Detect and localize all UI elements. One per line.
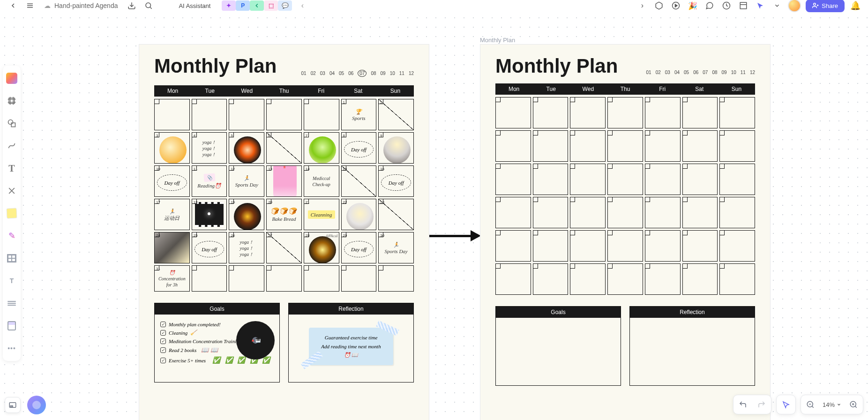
- tab-p[interactable]: P: [236, 0, 250, 11]
- calendar-cell[interactable]: [645, 263, 681, 295]
- calendar-cell[interactable]: 12🏃Sports Day: [229, 165, 264, 197]
- calendar-cell[interactable]: [192, 99, 227, 130]
- calendar-cell[interactable]: 2: [378, 99, 414, 130]
- checkbox-icon[interactable]: [160, 358, 166, 363]
- checkbox-icon[interactable]: [160, 330, 166, 336]
- calendar-cell[interactable]: 25Day off: [192, 232, 227, 263]
- calendar-cell[interactable]: [533, 130, 569, 162]
- calendar-cell[interactable]: 29Day off: [341, 232, 377, 263]
- calendar-cell[interactable]: 31⏰Concentrationfor 3h: [154, 265, 190, 292]
- search-button[interactable]: [142, 0, 155, 12]
- goals-panel[interactable]: Goals: [495, 306, 621, 386]
- calendar-cell[interactable]: [229, 99, 264, 130]
- month-05[interactable]: 05: [339, 71, 344, 76]
- connector-tool[interactable]: [5, 184, 19, 198]
- expand-right-icon[interactable]: ›: [636, 0, 648, 12]
- calendar-cell[interactable]: [154, 99, 190, 130]
- month-01[interactable]: 01: [301, 71, 307, 76]
- reflection-panel[interactable]: Reflection Guaranteed exercise time Add …: [288, 303, 414, 382]
- zoom-out-button[interactable]: [801, 395, 820, 414]
- collapse-left-icon[interactable]: ‹: [298, 1, 307, 10]
- calendar-cell[interactable]: 24: [154, 232, 190, 263]
- calendar-cell[interactable]: [682, 197, 718, 228]
- arrow-connector[interactable]: [429, 232, 481, 239]
- calendar-cell[interactable]: [495, 130, 531, 162]
- calendar-cell[interactable]: [607, 230, 643, 262]
- month-04[interactable]: 04: [674, 70, 680, 75]
- sticky-tool[interactable]: [5, 206, 19, 220]
- checkbox-icon[interactable]: [160, 338, 166, 344]
- line-tool[interactable]: [5, 139, 19, 153]
- calendar-cell[interactable]: [607, 97, 643, 128]
- calendar-cell[interactable]: [570, 197, 606, 228]
- select-tool[interactable]: [5, 71, 19, 85]
- ai-assistant-button[interactable]: AI AI Assistant: [163, 0, 215, 12]
- month-11[interactable]: 11: [399, 71, 404, 76]
- calendar-cell[interactable]: [719, 263, 755, 295]
- checkbox-icon[interactable]: [160, 347, 166, 353]
- shape-tool[interactable]: [5, 116, 19, 130]
- calendar-cell[interactable]: [682, 263, 718, 295]
- month-05[interactable]: 05: [684, 70, 689, 75]
- calendar-cell[interactable]: [570, 230, 606, 262]
- more-settings-icon[interactable]: [771, 0, 783, 12]
- calendar-cell[interactable]: 27: [266, 232, 302, 263]
- table-tool[interactable]: [5, 251, 19, 265]
- redo-button[interactable]: [752, 395, 771, 414]
- calendar-cell[interactable]: [719, 97, 755, 128]
- calendar-cell[interactable]: 7: [304, 132, 339, 164]
- share-button[interactable]: Share: [806, 0, 845, 12]
- calendar-cell[interactable]: [533, 263, 569, 295]
- frame2-label[interactable]: Monthly Plan: [480, 37, 515, 44]
- calendar-cell[interactable]: [533, 230, 569, 262]
- play-icon[interactable]: [670, 0, 682, 12]
- calendar-cell[interactable]: [304, 265, 339, 292]
- calendar-cell[interactable]: [645, 164, 681, 195]
- calendar-cell[interactable]: [682, 130, 718, 162]
- calendar-cell[interactable]: 10Day off: [154, 165, 190, 197]
- calendar-cell[interactable]: 19: [229, 199, 264, 230]
- notifications-icon[interactable]: 🔔: [849, 0, 861, 12]
- month-03[interactable]: 03: [665, 70, 670, 75]
- calendar-cell[interactable]: [570, 130, 606, 162]
- card-tool[interactable]: [5, 319, 19, 333]
- back-button[interactable]: [7, 0, 20, 12]
- calendar-cell[interactable]: 17🏃运动日: [154, 199, 190, 230]
- calendar-cell[interactable]: 28449kcal: [304, 232, 339, 263]
- tab-m[interactable]: ✦: [222, 0, 236, 11]
- calendar-cell[interactable]: [645, 230, 681, 262]
- month-02[interactable]: 02: [311, 71, 316, 76]
- calendar-cell[interactable]: 4yoga！ yoga！ yoga！: [192, 132, 227, 164]
- month-10[interactable]: 10: [390, 71, 395, 76]
- package-icon[interactable]: [653, 0, 665, 12]
- calendar-cell[interactable]: [533, 97, 569, 128]
- calendar-cell[interactable]: 5: [229, 132, 264, 164]
- canvas[interactable]: Monthly Plan 01 02 03 04 05 06 07 08 09 …: [0, 13, 868, 420]
- text-tool[interactable]: T: [5, 161, 19, 175]
- calendar-cell[interactable]: 18: [192, 199, 227, 230]
- calendar-cell[interactable]: [607, 130, 643, 162]
- ai-fab-button[interactable]: [27, 396, 46, 414]
- calendar-cell[interactable]: 30🏃Sports Day: [378, 232, 414, 263]
- calendar-cell[interactable]: [682, 230, 718, 262]
- calendar-cell[interactable]: [533, 164, 569, 195]
- text2-tool[interactable]: T: [5, 274, 19, 288]
- calendar-cell[interactable]: [266, 265, 302, 292]
- calendar-cell[interactable]: [719, 230, 755, 262]
- frame-icon[interactable]: [737, 0, 749, 12]
- month-08[interactable]: 08: [371, 71, 376, 76]
- calendar-cell[interactable]: 13: [266, 165, 302, 197]
- calendar-cell[interactable]: [645, 130, 681, 162]
- calendar-cell[interactable]: [229, 265, 264, 292]
- calendar-cell[interactable]: [570, 97, 606, 128]
- calendar-cell[interactable]: [341, 265, 377, 292]
- calendar-cell[interactable]: [266, 99, 302, 130]
- calendar-cell[interactable]: 23: [378, 199, 414, 230]
- undo-button[interactable]: [733, 395, 752, 414]
- calendar-cell[interactable]: [570, 164, 606, 195]
- month-02[interactable]: 02: [656, 70, 661, 75]
- calendar-cell[interactable]: [607, 197, 643, 228]
- pen-tool[interactable]: ✎: [5, 229, 19, 243]
- zoom-in-button[interactable]: [844, 395, 863, 414]
- calendar-cell[interactable]: [682, 164, 718, 195]
